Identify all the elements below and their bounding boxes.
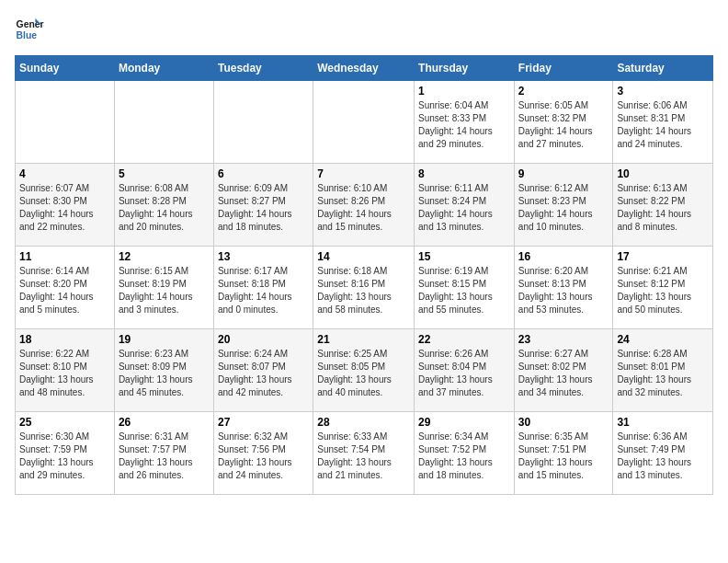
calendar-cell: 31Sunrise: 6:36 AM Sunset: 7:49 PM Dayli…	[613, 412, 713, 495]
day-info: Sunrise: 6:14 AM Sunset: 8:20 PM Dayligh…	[19, 265, 110, 316]
calendar-cell: 3Sunrise: 6:06 AM Sunset: 8:31 PM Daylig…	[613, 81, 713, 164]
day-number: 21	[317, 333, 410, 346]
calendar-cell: 15Sunrise: 6:19 AM Sunset: 8:15 PM Dayli…	[415, 247, 515, 329]
day-info: Sunrise: 6:24 AM Sunset: 8:07 PM Dayligh…	[218, 348, 309, 399]
calendar-cell: 5Sunrise: 6:08 AM Sunset: 8:28 PM Daylig…	[114, 164, 213, 247]
day-number: 26	[119, 416, 210, 429]
day-info: Sunrise: 6:32 AM Sunset: 7:56 PM Dayligh…	[218, 431, 309, 482]
day-info: Sunrise: 6:13 AM Sunset: 8:22 PM Dayligh…	[617, 182, 709, 234]
day-info: Sunrise: 6:04 AM Sunset: 8:33 PM Dayligh…	[418, 99, 510, 151]
calendar-cell: 7Sunrise: 6:10 AM Sunset: 8:26 PM Daylig…	[313, 164, 415, 247]
calendar-cell	[114, 81, 213, 164]
weekday-header-wednesday: Wednesday	[313, 56, 415, 81]
day-number: 5	[119, 167, 210, 180]
calendar-cell	[213, 81, 313, 164]
day-number: 1	[418, 85, 510, 98]
calendar-table: SundayMondayTuesdayWednesdayThursdayFrid…	[15, 55, 713, 495]
calendar-cell: 23Sunrise: 6:27 AM Sunset: 8:02 PM Dayli…	[514, 329, 613, 412]
day-number: 16	[518, 250, 609, 263]
day-number: 31	[617, 416, 709, 429]
calendar-cell: 29Sunrise: 6:34 AM Sunset: 7:52 PM Dayli…	[415, 412, 515, 495]
logo-icon: General Blue	[15, 15, 44, 44]
day-info: Sunrise: 6:20 AM Sunset: 8:13 PM Dayligh…	[518, 265, 609, 316]
calendar-cell: 25Sunrise: 6:30 AM Sunset: 7:59 PM Dayli…	[16, 412, 115, 495]
day-number: 9	[518, 167, 609, 180]
calendar-cell: 1Sunrise: 6:04 AM Sunset: 8:33 PM Daylig…	[415, 81, 515, 164]
day-number: 24	[617, 333, 709, 346]
calendar-cell: 11Sunrise: 6:14 AM Sunset: 8:20 PM Dayli…	[16, 247, 115, 329]
day-info: Sunrise: 6:19 AM Sunset: 8:15 PM Dayligh…	[418, 265, 510, 316]
calendar-cell: 10Sunrise: 6:13 AM Sunset: 8:22 PM Dayli…	[613, 164, 713, 247]
day-info: Sunrise: 6:30 AM Sunset: 7:59 PM Dayligh…	[19, 431, 110, 482]
calendar-cell: 12Sunrise: 6:15 AM Sunset: 8:19 PM Dayli…	[114, 247, 213, 329]
day-info: Sunrise: 6:35 AM Sunset: 7:51 PM Dayligh…	[518, 431, 609, 482]
calendar-cell: 8Sunrise: 6:11 AM Sunset: 8:24 PM Daylig…	[415, 164, 515, 247]
page-header: General Blue	[15, 15, 713, 44]
day-number: 14	[317, 250, 410, 263]
day-number: 25	[19, 416, 110, 429]
weekday-header-sunday: Sunday	[16, 56, 115, 81]
logo: General Blue	[15, 15, 44, 44]
day-info: Sunrise: 6:27 AM Sunset: 8:02 PM Dayligh…	[518, 348, 609, 399]
day-number: 7	[317, 167, 410, 180]
calendar-cell: 17Sunrise: 6:21 AM Sunset: 8:12 PM Dayli…	[613, 247, 713, 329]
day-number: 28	[317, 416, 410, 429]
day-info: Sunrise: 6:08 AM Sunset: 8:28 PM Dayligh…	[119, 182, 210, 234]
calendar-cell: 20Sunrise: 6:24 AM Sunset: 8:07 PM Dayli…	[213, 329, 313, 412]
calendar-cell: 28Sunrise: 6:33 AM Sunset: 7:54 PM Dayli…	[313, 412, 415, 495]
day-number: 4	[19, 167, 110, 180]
day-number: 15	[418, 250, 510, 263]
day-number: 17	[617, 250, 709, 263]
calendar-cell: 9Sunrise: 6:12 AM Sunset: 8:23 PM Daylig…	[514, 164, 613, 247]
day-number: 12	[119, 250, 210, 263]
day-number: 22	[418, 333, 510, 346]
day-info: Sunrise: 6:07 AM Sunset: 8:30 PM Dayligh…	[19, 182, 110, 234]
day-number: 29	[418, 416, 510, 429]
calendar-cell	[16, 81, 115, 164]
day-info: Sunrise: 6:10 AM Sunset: 8:26 PM Dayligh…	[317, 182, 410, 234]
weekday-header-monday: Monday	[114, 56, 213, 81]
day-info: Sunrise: 6:31 AM Sunset: 7:57 PM Dayligh…	[119, 431, 210, 482]
svg-text:Blue: Blue	[17, 30, 38, 40]
day-info: Sunrise: 6:18 AM Sunset: 8:16 PM Dayligh…	[317, 265, 410, 316]
day-info: Sunrise: 6:34 AM Sunset: 7:52 PM Dayligh…	[418, 431, 510, 482]
day-info: Sunrise: 6:09 AM Sunset: 8:27 PM Dayligh…	[218, 182, 309, 234]
day-number: 3	[617, 85, 709, 98]
calendar-cell: 16Sunrise: 6:20 AM Sunset: 8:13 PM Dayli…	[514, 247, 613, 329]
svg-text:General: General	[17, 19, 44, 29]
day-info: Sunrise: 6:22 AM Sunset: 8:10 PM Dayligh…	[19, 348, 110, 399]
calendar-cell: 4Sunrise: 6:07 AM Sunset: 8:30 PM Daylig…	[16, 164, 115, 247]
weekday-header-tuesday: Tuesday	[213, 56, 313, 81]
day-info: Sunrise: 6:17 AM Sunset: 8:18 PM Dayligh…	[218, 265, 309, 316]
calendar-cell: 18Sunrise: 6:22 AM Sunset: 8:10 PM Dayli…	[16, 329, 115, 412]
day-info: Sunrise: 6:15 AM Sunset: 8:19 PM Dayligh…	[119, 265, 210, 316]
day-number: 2	[518, 85, 609, 98]
calendar-cell: 21Sunrise: 6:25 AM Sunset: 8:05 PM Dayli…	[313, 329, 415, 412]
day-info: Sunrise: 6:36 AM Sunset: 7:49 PM Dayligh…	[617, 431, 709, 482]
day-number: 19	[119, 333, 210, 346]
day-number: 10	[617, 167, 709, 180]
calendar-cell: 13Sunrise: 6:17 AM Sunset: 8:18 PM Dayli…	[213, 247, 313, 329]
day-info: Sunrise: 6:21 AM Sunset: 8:12 PM Dayligh…	[617, 265, 709, 316]
day-number: 27	[218, 416, 309, 429]
day-number: 8	[418, 167, 510, 180]
day-number: 6	[218, 167, 309, 180]
day-info: Sunrise: 6:23 AM Sunset: 8:09 PM Dayligh…	[119, 348, 210, 399]
day-number: 23	[518, 333, 609, 346]
day-info: Sunrise: 6:06 AM Sunset: 8:31 PM Dayligh…	[617, 99, 709, 151]
weekday-header-saturday: Saturday	[613, 56, 713, 81]
day-info: Sunrise: 6:12 AM Sunset: 8:23 PM Dayligh…	[518, 182, 609, 234]
calendar-cell: 6Sunrise: 6:09 AM Sunset: 8:27 PM Daylig…	[213, 164, 313, 247]
calendar-cell: 26Sunrise: 6:31 AM Sunset: 7:57 PM Dayli…	[114, 412, 213, 495]
day-number: 18	[19, 333, 110, 346]
day-number: 13	[218, 250, 309, 263]
calendar-cell: 30Sunrise: 6:35 AM Sunset: 7:51 PM Dayli…	[514, 412, 613, 495]
weekday-header-thursday: Thursday	[415, 56, 515, 81]
day-info: Sunrise: 6:05 AM Sunset: 8:32 PM Dayligh…	[518, 99, 609, 151]
day-info: Sunrise: 6:11 AM Sunset: 8:24 PM Dayligh…	[418, 182, 510, 234]
day-info: Sunrise: 6:26 AM Sunset: 8:04 PM Dayligh…	[418, 348, 510, 399]
day-info: Sunrise: 6:33 AM Sunset: 7:54 PM Dayligh…	[317, 431, 410, 482]
calendar-cell: 14Sunrise: 6:18 AM Sunset: 8:16 PM Dayli…	[313, 247, 415, 329]
day-info: Sunrise: 6:28 AM Sunset: 8:01 PM Dayligh…	[617, 348, 709, 399]
day-info: Sunrise: 6:25 AM Sunset: 8:05 PM Dayligh…	[317, 348, 410, 399]
